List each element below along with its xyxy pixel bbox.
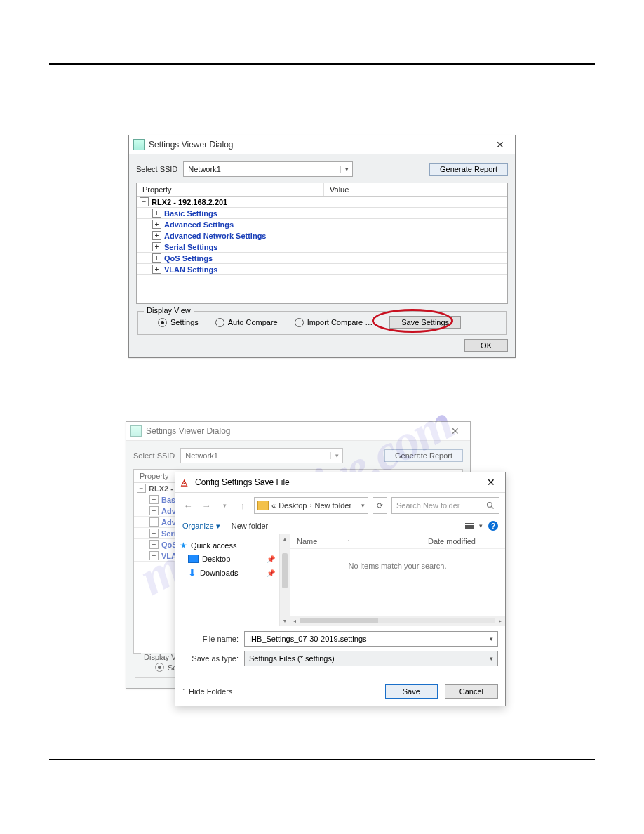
expand-icon[interactable]: + xyxy=(152,265,161,274)
expand-icon[interactable]: + xyxy=(152,208,161,218)
tree-item-row[interactable]: +QoS Settings xyxy=(137,253,507,264)
save-button[interactable]: Save xyxy=(385,684,438,699)
cancel-button[interactable]: Cancel xyxy=(445,684,498,699)
close-icon[interactable]: ✕ xyxy=(490,139,511,150)
select-ssid-label: Select SSID xyxy=(136,165,177,173)
save-title-bar: ◬ Config Settings Save File ✕ xyxy=(175,472,505,493)
title-bar: Settings Viewer Dialog ✕ xyxy=(129,135,515,154)
star-icon: ★ xyxy=(180,541,187,550)
chevron-down-icon[interactable]: ▾ xyxy=(361,502,365,509)
dialog-title: Settings Viewer Dialog xyxy=(149,140,490,150)
app-icon xyxy=(130,425,142,437)
radio-settings[interactable]: Settings xyxy=(158,318,199,327)
col-date[interactable]: Date modified xyxy=(428,537,498,545)
svg-line-1 xyxy=(492,507,494,509)
close-icon[interactable]: ✕ xyxy=(483,477,499,488)
back-icon[interactable]: ← xyxy=(181,498,195,512)
svg-point-0 xyxy=(488,503,492,508)
desktop-icon xyxy=(188,555,199,563)
refresh-icon[interactable]: ⟳ xyxy=(373,497,387,514)
display-view-label: Display View xyxy=(144,306,194,315)
new-folder-button[interactable]: New folder xyxy=(232,522,269,530)
file-name-label: File name: xyxy=(182,635,239,643)
display-view-group: Display View Settings Auto Compare Impor… xyxy=(137,311,507,335)
search-input[interactable]: Search New folder xyxy=(391,497,499,514)
chevron-down-icon: ▾ xyxy=(340,166,352,173)
settings-tree: Property Value −RLX2 - 192.168.2.201 +Ba… xyxy=(136,183,508,304)
tree-item-row[interactable]: +VLAN Settings xyxy=(137,264,507,275)
forward-icon[interactable]: → xyxy=(199,498,213,512)
expand-icon[interactable]: + xyxy=(152,253,161,263)
save-as-type-label: Save as type: xyxy=(182,654,239,663)
help-icon[interactable]: ? xyxy=(488,521,498,531)
collapse-icon[interactable]: − xyxy=(140,197,149,206)
col-name[interactable]: Name ˄ xyxy=(297,537,428,545)
download-icon: ⬇ xyxy=(188,567,196,578)
chevron-down-icon: ▾ xyxy=(330,452,342,459)
nav-scrollbar[interactable]: ▴ ▾ xyxy=(280,534,290,626)
history-drop-icon[interactable]: ▾ xyxy=(217,498,232,512)
settings-viewer-dialog: Settings Viewer Dialog ✕ Select SSID Net… xyxy=(128,135,516,358)
save-toolbar: Organize ▾ New folder ▾ ? xyxy=(175,518,505,534)
dialog-title: Settings Viewer Dialog xyxy=(146,426,445,436)
files-pane: Name ˄ Date modified No items match your… xyxy=(290,534,505,626)
empty-message: No items match your search. xyxy=(290,549,505,616)
ssid-value: Network1 xyxy=(184,165,340,173)
hide-folders-button[interactable]: ˄Hide Folders xyxy=(182,687,232,696)
chevron-right-icon: › xyxy=(309,502,311,509)
ssid-combo[interactable]: Network1 ▾ xyxy=(183,161,353,177)
save-dialog-title: Config Settings Save File xyxy=(195,477,483,487)
nav-downloads[interactable]: ⬇Downloads📌 xyxy=(178,565,276,581)
nav-pane: ★Quick access Desktop📌 ⬇Downloads📌 xyxy=(175,534,280,626)
pin-icon: 📌 xyxy=(267,569,275,577)
files-scrollbar[interactable]: ◂▸ xyxy=(290,616,505,626)
pin-icon: 📌 xyxy=(267,555,275,563)
nav-quick-access[interactable]: ★Quick access xyxy=(178,538,276,552)
tree-item-row[interactable]: +Advanced Network Settings xyxy=(137,230,507,241)
tree-root-row[interactable]: −RLX2 - 192.168.2.201 xyxy=(137,197,507,208)
expand-icon[interactable]: + xyxy=(152,220,161,229)
col-value: Value xyxy=(324,183,507,196)
expand-icon[interactable]: + xyxy=(152,231,161,240)
tree-item-row[interactable]: +Serial Settings xyxy=(137,241,507,253)
view-icon[interactable] xyxy=(465,523,474,529)
tree-header: Property Value xyxy=(137,183,507,197)
generate-report-button[interactable]: Generate Report xyxy=(429,163,508,176)
chevron-up-icon: ˄ xyxy=(182,688,186,695)
app-icon: ◬ xyxy=(181,477,191,487)
nav-desktop[interactable]: Desktop📌 xyxy=(178,552,276,565)
organize-button[interactable]: Organize ▾ xyxy=(182,522,220,531)
ok-button[interactable]: OK xyxy=(464,339,508,352)
save-as-type-combo[interactable]: Settings Files (*.settings) xyxy=(244,651,498,666)
col-property: Property xyxy=(137,183,324,196)
up-icon[interactable]: ↑ xyxy=(236,498,250,512)
tree-item-row[interactable]: +Basic Settings xyxy=(137,208,507,219)
close-icon: ✕ xyxy=(445,425,466,437)
chevron-down-icon[interactable]: ▾ xyxy=(479,522,483,529)
radio-import-compare[interactable]: Import Compare … xyxy=(295,318,373,327)
ssid-combo: Network1 ▾ xyxy=(180,448,343,463)
radio-auto-compare[interactable]: Auto Compare xyxy=(215,318,278,327)
address-bar[interactable]: « Desktop › New folder ▾ xyxy=(254,497,368,514)
folder-icon xyxy=(257,501,269,510)
app-icon xyxy=(133,139,145,150)
save-settings-button[interactable]: Save Settings xyxy=(389,316,461,329)
expand-icon[interactable]: + xyxy=(152,242,161,251)
save-file-dialog: ◬ Config Settings Save File ✕ ← → ▾ ↑ « … xyxy=(175,472,506,706)
tree-item-row[interactable]: +Advanced Settings xyxy=(137,219,507,230)
generate-report-button: Generate Report xyxy=(384,449,463,462)
file-name-input[interactable]: IHB_Settings_07-30-2019.settings xyxy=(244,631,498,647)
search-icon xyxy=(486,501,495,510)
